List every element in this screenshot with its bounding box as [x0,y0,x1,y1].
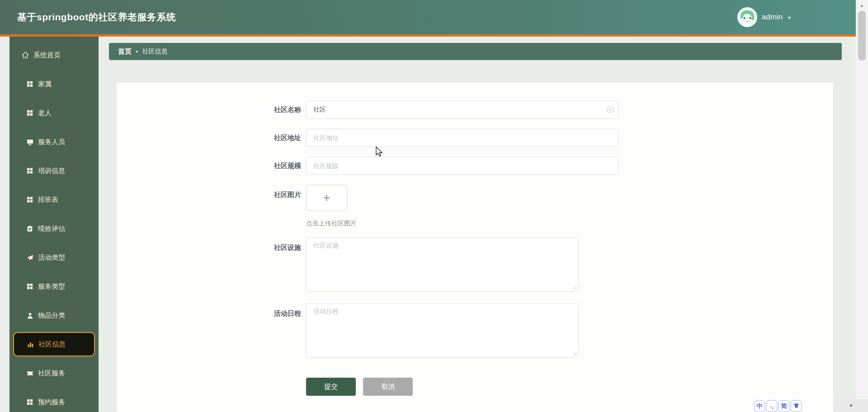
sidebar-item-reservation[interactable]: 预约服务 [9,388,99,412]
community-scale-input[interactable] [306,157,618,175]
sidebar-item-service-staff[interactable]: 服务人员 [9,127,99,156]
sidebar-item-label: 服务类型 [38,282,65,291]
ime-punct-button[interactable]: ·, [766,400,777,412]
vertical-scrollbar[interactable]: ▲ [856,0,868,412]
sidebar-item-label: 社区服务 [38,369,65,378]
cancel-button[interactable]: 取消 [363,378,413,396]
grid-icon [26,167,33,174]
sidebar-item-label: 系统首页 [33,51,61,60]
sidebar-item-label: 活动类型 [38,253,65,262]
ime-simplified-button[interactable]: 简 [778,400,789,412]
grid-icon [26,80,33,88]
sidebar-item-community-info[interactable]: 社区信息 [13,332,95,356]
form-actions: 提交 取消 [117,378,833,396]
sidebar-item-label: 绩效评估 [38,225,65,233]
sidebar-item-label: 排班表 [38,196,58,204]
form-card: 社区名称 社区地址 [117,83,833,412]
app-header: 基于springboot的社区养老服务系统 admin ▼ [0,0,856,34]
form-row-community-address: 社区地址 [117,129,833,147]
ime-skin-button[interactable] [791,400,802,412]
plus-icon: + [323,192,330,204]
ticket-icon [26,370,33,377]
sidebar-item-elderly[interactable]: 老人 [9,98,99,127]
community-scale-label: 社区规模 [117,157,306,175]
scrollbar-thumb[interactable] [858,11,866,61]
caret-down-icon[interactable]: ▼ [849,403,853,408]
ime-lang-button[interactable]: 中 [754,400,765,412]
shirt-icon [793,403,799,410]
community-name-label: 社区名称 [117,101,306,119]
page: 基于springboot的社区养老服务系统 admin ▼ 系统首页家属老人服务… [0,0,856,412]
upload-hint: 点击上传社区图片 [306,220,357,228]
grid-icon [26,283,33,290]
community-facilities-textarea[interactable] [306,238,579,292]
main-area: 首页 ● 社区信息 社区名称 [99,37,856,412]
community-address-input[interactable] [306,129,618,147]
left-gutter [0,37,9,412]
app-title: 基于springboot的社区养老服务系统 [17,11,176,23]
sidebar-item-service-type[interactable]: 服务类型 [9,272,99,301]
form-row-community-picture: 社区图片 + 点击上传社区图片 [117,185,833,228]
ime-toolbar: 中·,简 [754,400,802,412]
form-row-activity-schedule: 活动日程 [117,304,833,360]
community-name-input[interactable] [306,101,618,119]
sidebar-item-item-category[interactable]: 物品分类 [9,301,99,330]
breadcrumb: 首页 ● 社区信息 [109,43,842,60]
clipboard-icon [26,225,33,232]
sidebar-item-training-info[interactable]: 培训信息 [9,156,99,185]
sidebar-item-label: 服务人员 [38,138,65,146]
upload-picture-button[interactable]: + [306,185,347,211]
scroll-corner: ▼ [833,399,856,412]
sidebar-item-performance-eval[interactable]: 绩效评估 [9,214,99,243]
sidebar-item-label: 家属 [38,80,52,89]
activity-schedule-label: 活动日程 [117,304,306,360]
breadcrumb-current: 社区信息 [142,47,167,56]
username-label: admin [762,13,783,22]
sidebar-item-community-service[interactable]: 社区服务 [9,359,99,388]
sidebar-item-label: 培训信息 [38,167,65,175]
community-facilities-label: 社区设施 [117,238,306,294]
resize-handle-icon[interactable] [573,350,577,358]
community-address-label: 社区地址 [117,129,306,147]
user-dropdown[interactable]: admin ▼ [737,7,792,27]
home-icon [22,52,29,59]
clear-input-icon[interactable] [607,106,614,113]
user-icon [26,312,33,319]
form-row-community-name: 社区名称 [117,101,833,119]
community-picture-label: 社区图片 [117,185,306,228]
sidebar-item-label: 物品分类 [38,311,65,320]
sidebar-item-home[interactable]: 系统首页 [9,41,99,70]
sidebar-menu: 系统首页家属老人服务人员培训信息排班表绩效评估活动类型服务类型物品分类社区信息社… [9,37,99,412]
grid-icon [26,398,33,406]
avatar[interactable] [737,7,757,27]
breadcrumb-separator-icon: ● [136,49,138,54]
form-row-community-scale: 社区规模 [117,157,833,175]
sidebar-item-activity-type[interactable]: 活动类型 [9,243,99,272]
monitor-icon [26,138,33,145]
bar-chart-icon [27,341,34,348]
activity-schedule-textarea[interactable] [306,304,579,358]
submit-button[interactable]: 提交 [306,378,356,396]
scroll-up-icon[interactable]: ▲ [856,0,868,11]
grid-icon [26,109,33,117]
sidebar-item-duty-roster[interactable]: 排班表 [9,185,99,214]
scrollbar-bottom-track[interactable] [856,399,868,412]
resize-handle-icon[interactable] [573,284,577,292]
chevron-down-icon: ▼ [787,14,792,20]
sidebar-item-label: 社区信息 [38,340,66,349]
grid-icon [26,196,33,203]
sidebar-item-family[interactable]: 家属 [9,70,99,98]
sidebar-item-label: 老人 [38,109,52,117]
avatar-image [737,7,757,27]
sidebar-item-label: 预约服务 [38,398,65,407]
form-row-community-facilities: 社区设施 [117,238,833,294]
breadcrumb-home-link[interactable]: 首页 [118,47,132,56]
send-icon [26,254,33,261]
